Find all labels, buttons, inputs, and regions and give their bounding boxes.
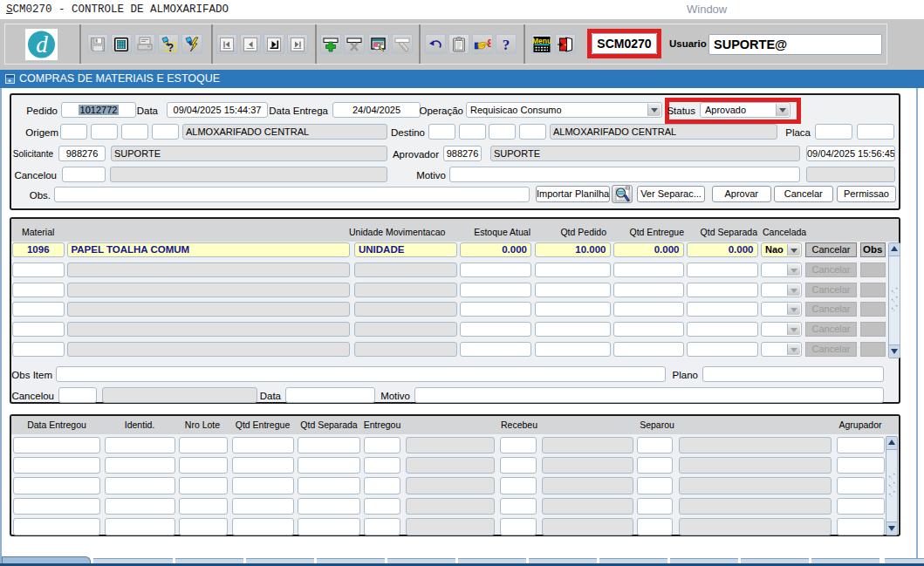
svg-text:Menu: Menu [533,36,551,44]
svg-text:?: ? [168,41,174,52]
svg-text:8: 8 [488,38,491,50]
svg-text:d: d [36,31,48,58]
svg-text:?: ? [503,37,510,52]
